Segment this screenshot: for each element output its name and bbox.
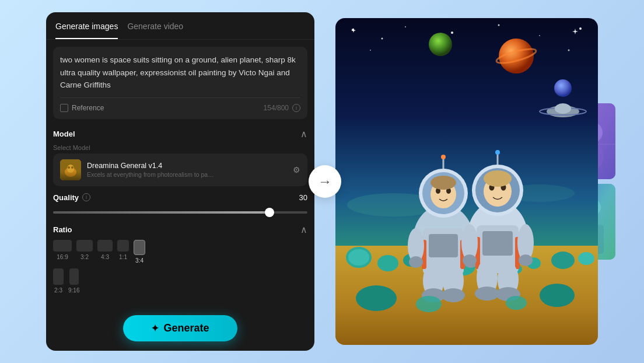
slider-thumb: [265, 208, 274, 217]
svg-rect-44: [429, 234, 458, 257]
ratio-3-4-label: 3:4: [135, 257, 144, 264]
ratio-section-title: Ratio: [53, 225, 72, 234]
model-section-title: Model: [53, 130, 75, 138]
svg-point-33: [578, 252, 594, 265]
ratio-9-16[interactable]: 9:16: [68, 268, 79, 294]
svg-point-74: [463, 254, 477, 266]
svg-point-21: [555, 103, 571, 114]
svg-point-26: [348, 249, 369, 266]
ratio-2-3[interactable]: 2:3: [53, 268, 64, 294]
ratio-section-header: Ratio ∧: [53, 224, 307, 235]
ratio-16-9[interactable]: 16:9: [53, 240, 72, 264]
svg-point-50: [442, 288, 465, 302]
svg-point-80: [416, 296, 442, 312]
ratio-3-2-label: 3:2: [80, 254, 89, 260]
svg-point-79: [540, 284, 575, 307]
char-count: 154/800 i: [264, 104, 300, 112]
svg-point-27: [377, 255, 398, 271]
ratio-grid: 16:9 3:2 4:3 1:1: [53, 240, 307, 264]
model-thumbnail: [60, 159, 81, 180]
ratio-3-4[interactable]: 3:4: [134, 240, 145, 264]
svg-point-56: [441, 155, 446, 159]
quality-value: 30: [299, 193, 307, 202]
svg-point-18: [554, 79, 572, 97]
ratio-4-3-icon: [97, 240, 113, 252]
slider-track: [53, 211, 307, 214]
reference-icon: [60, 104, 68, 112]
prompt-text: two women is space suits sitting on a gr…: [60, 54, 300, 92]
svg-point-7: [382, 38, 383, 40]
ratio-16-9-icon: [53, 240, 72, 252]
ratio-2-3-icon: [53, 268, 64, 285]
generate-button-label: Generate: [163, 322, 209, 334]
quality-slider-container[interactable]: [53, 207, 307, 218]
prompt-footer: Reference 154/800 i: [60, 97, 300, 112]
ratio-3-4-icon: [134, 240, 145, 255]
generate-star-icon: ✦: [151, 323, 159, 334]
quality-header: Quality i 30: [53, 193, 307, 202]
ratio-9-16-icon: [69, 268, 79, 285]
svg-point-53: [409, 256, 423, 268]
reference-button[interactable]: Reference: [60, 104, 104, 112]
quality-section: Quality i 30: [46, 193, 314, 218]
tab-generate-video[interactable]: Generate video: [127, 22, 183, 39]
quality-info-icon[interactable]: i: [82, 193, 90, 201]
ratio-4-3[interactable]: 4:3: [97, 240, 113, 264]
svg-point-17: [429, 33, 452, 56]
quality-label: Quality: [53, 193, 79, 202]
prompt-area[interactable]: two women is space suits sitting on a gr…: [53, 47, 307, 119]
left-panel: Generate images Generate video two women…: [46, 12, 314, 351]
slider-fill: [53, 211, 270, 214]
ratio-1-1-label: 1:1: [119, 254, 127, 260]
ratio-section: Ratio ∧ 16:9 3:2 4:3: [46, 224, 314, 294]
svg-point-2: [67, 165, 74, 173]
space-illustration: [335, 18, 598, 345]
ratio-9-16-label: 9:16: [68, 287, 79, 294]
svg-point-63: [484, 170, 512, 187]
arrow-icon: →: [318, 173, 332, 190]
ratio-3-2[interactable]: 3:2: [76, 240, 93, 264]
svg-point-75: [519, 254, 533, 266]
svg-point-12: [579, 27, 582, 30]
model-desc: Excels at everything from photorealism t…: [87, 171, 215, 178]
svg-point-9: [451, 32, 453, 34]
svg-point-32: [551, 252, 575, 269]
right-side: [335, 18, 598, 345]
ratio-1-1-icon: [117, 240, 129, 252]
model-settings-icon[interactable]: ⚙: [293, 165, 300, 174]
generate-button[interactable]: ✦ Generate: [123, 315, 237, 341]
model-selector[interactable]: Dreamina General v1.4 Excels at everythi…: [53, 153, 307, 186]
svg-point-10: [498, 25, 500, 26]
ratio-grid-row2: 2:3 9:16: [53, 268, 307, 294]
tabs-bar: Generate images Generate video: [46, 12, 314, 40]
model-section-toggle[interactable]: ∧: [300, 128, 307, 139]
svg-point-81: [506, 296, 527, 310]
ratio-4-3-label: 4:3: [101, 254, 109, 260]
ratio-2-3-label: 2:3: [54, 287, 62, 294]
svg-point-4: [71, 166, 74, 169]
model-details: Dreamina General v1.4 Excels at everythi…: [87, 162, 215, 178]
reference-label: Reference: [72, 104, 104, 112]
main-container: Generate images Generate video two women…: [0, 0, 644, 363]
svg-point-70: [475, 287, 499, 301]
ratio-3-2-icon: [76, 240, 93, 252]
svg-point-78: [356, 285, 397, 311]
model-section: Model ∧ Select Model: [46, 128, 314, 186]
ratio-section-toggle[interactable]: ∧: [300, 224, 307, 235]
select-model-label: Select Model: [53, 144, 307, 151]
model-section-header: Model ∧: [53, 128, 307, 139]
model-info: Dreamina General v1.4 Excels at everythi…: [60, 159, 215, 180]
svg-point-11: [539, 35, 540, 36]
svg-point-14: [568, 50, 570, 51]
main-image: [335, 18, 598, 345]
svg-point-8: [405, 26, 406, 27]
ratio-1-1[interactable]: 1:1: [117, 240, 129, 264]
svg-point-3: [68, 166, 70, 169]
ratio-16-9-label: 16:9: [57, 254, 68, 260]
info-icon[interactable]: i: [292, 104, 300, 112]
generate-btn-area: ✦ Generate: [46, 308, 314, 351]
svg-point-42: [430, 176, 456, 190]
tab-generate-images[interactable]: Generate images: [55, 22, 118, 39]
char-count-value: 154/800: [264, 104, 289, 112]
svg-point-77: [495, 150, 500, 155]
